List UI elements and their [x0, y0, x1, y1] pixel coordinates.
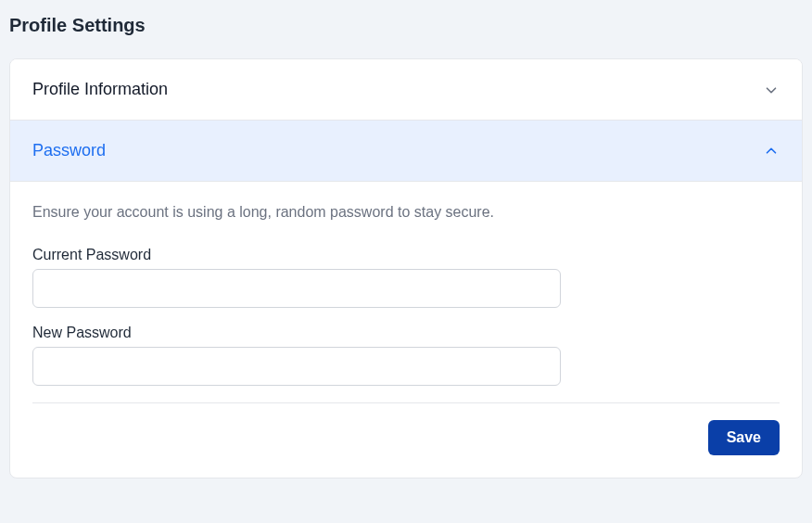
chevron-up-icon	[763, 143, 780, 159]
chevron-down-icon	[763, 82, 780, 98]
field-new-password: New Password	[32, 325, 780, 386]
accordion-header-password[interactable]: Password	[10, 120, 802, 182]
accordion-body-password: Ensure your account is using a long, ran…	[10, 182, 802, 478]
new-password-label: New Password	[32, 325, 780, 341]
accordion-title: Password	[32, 141, 106, 160]
current-password-input[interactable]	[32, 269, 561, 308]
actions-row: Save	[32, 420, 780, 478]
accordion-title: Profile Information	[32, 80, 168, 99]
save-button[interactable]: Save	[708, 420, 780, 455]
accordion-header-profile-information[interactable]: Profile Information	[10, 59, 802, 120]
field-current-password: Current Password	[32, 247, 780, 308]
divider	[32, 402, 780, 403]
current-password-label: Current Password	[32, 247, 780, 263]
page-title: Profile Settings	[9, 15, 803, 36]
password-description: Ensure your account is using a long, ran…	[32, 204, 780, 221]
settings-card: Profile Information Password Ensure your…	[9, 58, 803, 478]
new-password-input[interactable]	[32, 347, 561, 386]
